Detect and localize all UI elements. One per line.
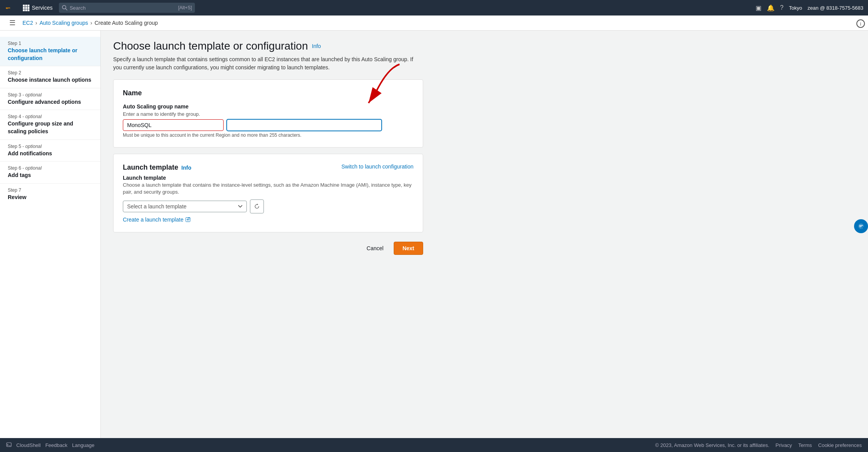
launch-template-select[interactable]: Select a launch template <box>123 201 247 212</box>
services-nav[interactable]: Services <box>32 5 53 11</box>
step1-number: Step 1 <box>8 41 93 46</box>
step1-title: Choose launch template or configuration <box>8 47 93 62</box>
launch-template-section-desc: Choose a launch template that contains t… <box>123 182 413 196</box>
aws-logo[interactable]: aws <box>5 3 18 12</box>
sidebar-item-step1[interactable]: Step 1 Choose launch template or configu… <box>0 37 100 66</box>
breadcrumb-bar: ☰ EC2 › Auto Scaling groups › Create Aut… <box>0 15 868 31</box>
create-launch-template-link[interactable]: Create a launch template <box>123 217 190 223</box>
sidebar-item-step6[interactable]: Step 6 - optional Add tags <box>0 162 100 184</box>
sidebar-item-step2[interactable]: Step 2 Choose instance launch options <box>0 66 100 88</box>
breadcrumb-sep-1: › <box>35 20 37 26</box>
sidebar-item-step5[interactable]: Step 5 - optional Add notifications <box>0 140 100 162</box>
group-name-input-extra[interactable] <box>227 119 382 131</box>
search-bar[interactable]: [Alt+S] <box>59 3 195 13</box>
step7-number: Step 7 <box>8 187 93 193</box>
launch-template-section-label: Launch template <box>123 175 413 181</box>
breadcrumb-auto-scaling[interactable]: Auto Scaling groups <box>40 20 88 26</box>
svg-text:!: ! <box>862 227 863 229</box>
launch-template-title-group: Launch template Info <box>123 163 191 172</box>
privacy-link[interactable]: Privacy <box>775 442 792 448</box>
group-name-label: Auto Scaling group name <box>123 103 413 110</box>
bell-icon[interactable]: 🔔 <box>767 4 775 12</box>
bottom-bar: CloudShell Feedback Language © 2023, Ama… <box>0 438 868 452</box>
next-button[interactable]: Next <box>394 242 423 255</box>
step7-title: Review <box>8 194 93 201</box>
copyright-text: © 2023, Amazon Web Services, Inc. or its… <box>655 442 770 448</box>
svg-text:aws: aws <box>6 6 10 9</box>
name-card-title: Name <box>123 89 413 97</box>
svg-rect-9 <box>25 9 27 11</box>
step2-number: Step 2 <box>8 70 93 76</box>
sidebar-item-step4[interactable]: Step 4 - optional Configure group size a… <box>0 110 100 139</box>
cancel-button[interactable]: Cancel <box>360 242 390 254</box>
step5-title: Add notifications <box>8 150 93 158</box>
launch-template-header: Launch template Info Switch to launch co… <box>123 163 413 172</box>
step6-number: Step 6 - optional <box>8 165 93 171</box>
step3-title: Configure advanced options <box>8 98 93 106</box>
page-info-button[interactable]: i <box>856 19 865 28</box>
page-title: Choose launch template or configuration … <box>113 40 856 52</box>
breadcrumb-current: Create Auto Scaling group <box>95 20 158 26</box>
breadcrumb-sep-2: › <box>90 20 92 26</box>
page-info-link[interactable]: Info <box>312 43 321 49</box>
step2-title: Choose instance launch options <box>8 76 93 84</box>
sidebar-item-step7[interactable]: Step 7 Review <box>0 184 100 205</box>
hamburger-icon[interactable]: ☰ <box>9 19 16 27</box>
svg-rect-2 <box>23 5 25 7</box>
svg-rect-3 <box>25 5 27 7</box>
terms-link[interactable]: Terms <box>798 442 812 448</box>
group-name-row <box>123 119 413 131</box>
cloudshell-label[interactable]: CloudShell <box>16 442 41 448</box>
content-area: Choose launch template or configuration … <box>101 31 868 438</box>
svg-rect-8 <box>23 9 25 11</box>
svg-rect-6 <box>25 7 27 9</box>
svg-rect-4 <box>28 5 29 7</box>
bottom-bar-right: © 2023, Amazon Web Services, Inc. or its… <box>655 442 862 448</box>
language-label[interactable]: Language <box>72 442 95 448</box>
feedback-label[interactable]: Feedback <box>45 442 67 448</box>
sidebar: Step 1 Choose launch template or configu… <box>0 31 101 438</box>
step4-title: Configure group size and scaling policie… <box>8 120 93 135</box>
step3-number: Step 3 - optional <box>8 92 93 98</box>
step6-title: Add tags <box>8 172 93 179</box>
bottom-bar-left: CloudShell Feedback Language <box>6 442 95 449</box>
terminal-icon[interactable]: ▣ <box>756 4 761 12</box>
help-icon[interactable]: ? <box>780 4 784 11</box>
grid-icon[interactable] <box>22 4 29 11</box>
group-name-constraint: Must be unique to this account in the cu… <box>123 132 413 138</box>
switch-to-launch-config-link[interactable]: Switch to launch configuration <box>341 163 413 170</box>
footer-actions: Cancel Next <box>113 239 423 255</box>
breadcrumb-ec2[interactable]: EC2 <box>22 20 33 26</box>
step4-number: Step 4 - optional <box>8 114 93 119</box>
launch-template-select-wrapper: Select a launch template <box>123 199 413 213</box>
refresh-button[interactable] <box>250 199 264 213</box>
search-hint: [Alt+S] <box>178 5 192 10</box>
svg-rect-5 <box>23 7 25 9</box>
svg-rect-10 <box>28 9 29 11</box>
launch-template-info[interactable]: Info <box>181 165 191 171</box>
region-selector[interactable]: Tokyo <box>789 5 802 11</box>
svg-rect-7 <box>28 7 29 9</box>
navbar: aws Services [Alt+S] ▣ 🔔 ? Tokyo zean @ … <box>0 0 868 15</box>
group-name-input[interactable] <box>123 119 224 131</box>
step5-number: Step 5 - optional <box>8 144 93 149</box>
feedback-bubble[interactable]: ! <box>854 219 868 233</box>
svg-line-12 <box>65 9 67 10</box>
name-card: Name Auto Scaling group name Enter a nam… <box>113 79 423 148</box>
launch-template-card: Launch template Info Switch to launch co… <box>113 154 423 232</box>
group-name-hint: Enter a name to identify the group. <box>123 111 413 117</box>
sidebar-item-step3[interactable]: Step 3 - optional Configure advanced opt… <box>0 88 100 110</box>
cookie-link[interactable]: Cookie preferences <box>818 442 862 448</box>
cloudshell-icon <box>6 442 12 449</box>
main-layout: Step 1 Choose launch template or configu… <box>0 31 868 438</box>
search-input[interactable] <box>70 5 163 11</box>
launch-template-title: Launch template <box>123 163 178 172</box>
navbar-right: ▣ 🔔 ? Tokyo zean @ 8318-7575-5683 <box>756 4 863 12</box>
page-description: Specify a launch template that contains … <box>113 55 415 72</box>
user-menu[interactable]: zean @ 8318-7575-5683 <box>808 5 863 11</box>
